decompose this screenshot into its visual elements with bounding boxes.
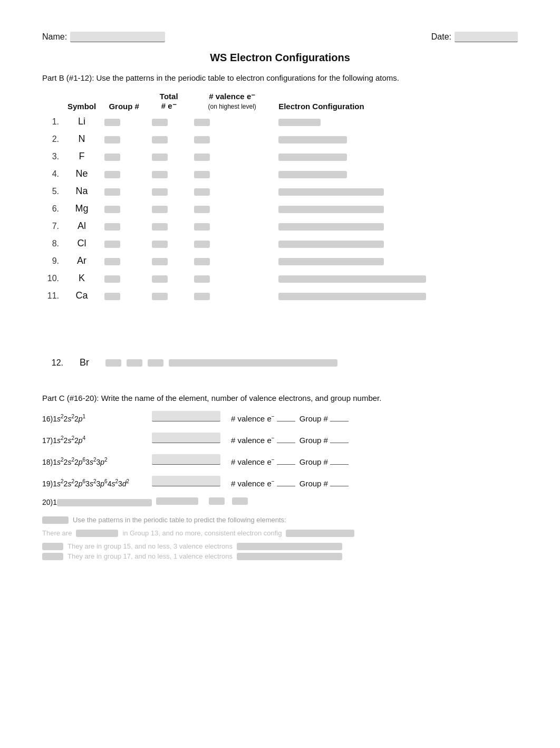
valence-label-17: # valence e− Group # bbox=[231, 434, 351, 445]
part-d-title-row: Use the patterns in the periodic table t… bbox=[42, 516, 518, 524]
formula-20: 20)1 bbox=[42, 498, 152, 506]
col-group: Group # bbox=[100, 90, 148, 113]
answer-20 bbox=[156, 497, 198, 505]
row-12: 12. Br bbox=[42, 357, 518, 368]
part-d-row-1: There are in Group 13, and no more, cons… bbox=[42, 529, 518, 537]
valence-blank-17 bbox=[277, 434, 295, 443]
col-config: Electron Configuration bbox=[274, 90, 518, 113]
valence-label-18: # valence e− Group # bbox=[231, 455, 351, 466]
group-blank-16 bbox=[330, 412, 349, 421]
header: Name: Date: bbox=[42, 32, 518, 42]
part-d-row-3: They are in group 17, and no less, 1 val… bbox=[42, 552, 518, 560]
part-b-intro: Part B (#1-12): Use the patterns in the … bbox=[42, 73, 518, 82]
valence-blank-19 bbox=[277, 477, 295, 486]
valence-blank-16 bbox=[277, 412, 295, 421]
table-row: 7. Al bbox=[42, 217, 518, 235]
table-row: 5. Na bbox=[42, 183, 518, 200]
main-table: Symbol Group # Total # e⁻ # valence e⁻ (… bbox=[42, 90, 518, 304]
formula-19: 19)1s22s22p63s23p64s23d2 bbox=[42, 478, 148, 488]
name-value bbox=[70, 32, 165, 42]
table-row: 2. N bbox=[42, 130, 518, 148]
table-row: 6. Mg bbox=[42, 200, 518, 217]
page-title: WS Electron Configurations bbox=[42, 52, 518, 64]
col-total: Total # e⁻ bbox=[148, 90, 190, 113]
part-c-row-16: 16)1s22s22p1 # valence e− Group # bbox=[42, 411, 518, 423]
name-field: Name: bbox=[42, 32, 165, 42]
group-blank-18 bbox=[330, 455, 349, 465]
answer-16 bbox=[152, 411, 220, 421]
row12-symbol: Br bbox=[69, 357, 100, 368]
row12-config bbox=[169, 359, 337, 367]
row12-num: 12. bbox=[42, 358, 63, 368]
valence-label-16: # valence e− Group # bbox=[231, 412, 351, 423]
table-row: 9. Ar bbox=[42, 252, 518, 270]
part-c-intro: Part C (#16-20): Write the name of the e… bbox=[42, 394, 518, 402]
name-label: Name: bbox=[42, 32, 67, 42]
date-field: Date: bbox=[431, 32, 518, 42]
part-c-row-17: 17)1s22s22p4 # valence e− Group # bbox=[42, 433, 518, 445]
formula-17: 17)1s22s22p4 bbox=[42, 435, 148, 445]
row12-valence bbox=[148, 359, 163, 367]
row12-total bbox=[127, 359, 142, 367]
part-c-row-20: 20)1 bbox=[42, 497, 518, 506]
row12-group bbox=[105, 359, 121, 367]
part-c-row-19: 19)1s22s22p63s23p64s23d2 # valence e− Gr… bbox=[42, 476, 518, 488]
table-row: 8. Cl bbox=[42, 235, 518, 252]
group-blank-17 bbox=[330, 434, 349, 443]
table-row: 4. Ne bbox=[42, 165, 518, 183]
table-row: 10. K bbox=[42, 270, 518, 287]
table-row: 11. Ca bbox=[42, 287, 518, 304]
col-valence: # valence e⁻ (on highest level) bbox=[190, 90, 274, 113]
formula-18: 18)1s22s22p63s23p2 bbox=[42, 457, 148, 466]
table-row: 3. F bbox=[42, 148, 518, 165]
formula-16: 16)1s22s22p1 bbox=[42, 414, 148, 423]
date-value bbox=[455, 32, 518, 42]
answer-19 bbox=[152, 476, 220, 486]
group-blank-19 bbox=[330, 477, 349, 486]
table-row: 1. Li bbox=[42, 113, 518, 130]
date-label: Date: bbox=[431, 32, 451, 42]
col-symbol: Symbol bbox=[63, 90, 100, 113]
valence-label-19: # valence e− Group # bbox=[231, 477, 351, 488]
valence-blank-18 bbox=[277, 455, 295, 465]
part-d: Use the patterns in the periodic table t… bbox=[42, 516, 518, 560]
answer-17 bbox=[152, 433, 220, 443]
answer-18 bbox=[152, 454, 220, 465]
part-d-row-2: They are in group 15, and no less, 3 val… bbox=[42, 542, 518, 550]
part-c-row-18: 18)1s22s22p63s23p2 # valence e− Group # bbox=[42, 454, 518, 466]
